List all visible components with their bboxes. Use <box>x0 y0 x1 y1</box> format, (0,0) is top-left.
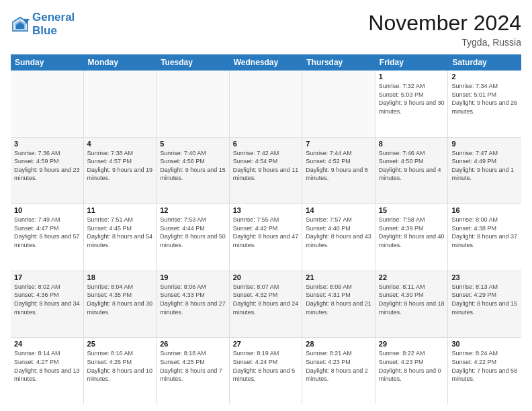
empty-cell <box>11 71 84 137</box>
day-number: 21 <box>306 273 371 281</box>
calendar: SundayMondayTuesdayWednesdayThursdayFrid… <box>11 54 521 404</box>
header-day-sunday: Sunday <box>11 54 84 71</box>
header-day-wednesday: Wednesday <box>230 54 303 71</box>
day-number: 18 <box>87 273 153 281</box>
day-info: Sunrise: 7:49 AM Sunset: 4:47 PM Dayligh… <box>14 216 80 249</box>
day-cell-22: 22Sunrise: 8:11 AM Sunset: 4:30 PM Dayli… <box>375 271 449 338</box>
day-number: 13 <box>233 206 299 214</box>
day-info: Sunrise: 8:19 AM Sunset: 4:24 PM Dayligh… <box>233 349 299 383</box>
day-cell-9: 9Sunrise: 7:47 AM Sunset: 4:49 PM Daylig… <box>448 138 521 204</box>
header-day-monday: Monday <box>84 54 157 71</box>
location: Tygda, Russia <box>368 37 521 48</box>
day-cell-5: 5Sunrise: 7:40 AM Sunset: 4:56 PM Daylig… <box>157 138 230 204</box>
day-cell-17: 17Sunrise: 8:02 AM Sunset: 4:36 PM Dayli… <box>11 271 84 338</box>
day-number: 6 <box>233 140 299 148</box>
day-number: 30 <box>451 340 518 348</box>
day-number: 12 <box>160 206 226 214</box>
day-cell-3: 3Sunrise: 7:36 AM Sunset: 4:59 PM Daylig… <box>11 138 84 204</box>
day-cell-1: 1Sunrise: 7:32 AM Sunset: 5:03 PM Daylig… <box>375 71 449 137</box>
day-cell-10: 10Sunrise: 7:49 AM Sunset: 4:47 PM Dayli… <box>11 204 84 271</box>
day-info: Sunrise: 7:32 AM Sunset: 5:03 PM Dayligh… <box>379 82 445 116</box>
day-cell-11: 11Sunrise: 7:51 AM Sunset: 4:45 PM Dayli… <box>84 204 157 271</box>
day-cell-21: 21Sunrise: 8:09 AM Sunset: 4:31 PM Dayli… <box>302 271 375 338</box>
day-info: Sunrise: 7:55 AM Sunset: 4:42 PM Dayligh… <box>233 216 299 249</box>
day-info: Sunrise: 7:58 AM Sunset: 4:39 PM Dayligh… <box>379 216 445 249</box>
day-info: Sunrise: 8:04 AM Sunset: 4:35 PM Dayligh… <box>87 283 153 316</box>
day-number: 11 <box>87 206 153 214</box>
day-number: 2 <box>451 73 518 81</box>
day-cell-8: 8Sunrise: 7:46 AM Sunset: 4:50 PM Daylig… <box>375 138 449 204</box>
logo-general: General <box>32 11 75 24</box>
header-day-tuesday: Tuesday <box>157 54 230 71</box>
day-cell-14: 14Sunrise: 7:57 AM Sunset: 4:40 PM Dayli… <box>302 204 375 271</box>
day-cell-15: 15Sunrise: 7:58 AM Sunset: 4:39 PM Dayli… <box>375 204 449 271</box>
day-info: Sunrise: 8:02 AM Sunset: 4:36 PM Dayligh… <box>14 283 80 316</box>
day-cell-7: 7Sunrise: 7:44 AM Sunset: 4:52 PM Daylig… <box>302 138 375 204</box>
page: General Blue November 2024 Tygda, Russia… <box>0 0 532 411</box>
month-title: November 2024 <box>368 11 521 36</box>
day-cell-4: 4Sunrise: 7:38 AM Sunset: 4:57 PM Daylig… <box>84 138 157 204</box>
day-info: Sunrise: 7:47 AM Sunset: 4:49 PM Dayligh… <box>451 149 518 183</box>
calendar-body: 1Sunrise: 7:32 AM Sunset: 5:03 PM Daylig… <box>11 71 521 404</box>
day-info: Sunrise: 7:36 AM Sunset: 4:59 PM Dayligh… <box>14 149 80 183</box>
day-info: Sunrise: 8:24 AM Sunset: 4:22 PM Dayligh… <box>451 349 518 383</box>
day-cell-25: 25Sunrise: 8:16 AM Sunset: 4:26 PM Dayli… <box>84 338 157 404</box>
day-number: 19 <box>160 273 226 281</box>
day-cell-28: 28Sunrise: 8:21 AM Sunset: 4:23 PM Dayli… <box>302 338 375 404</box>
calendar-row-3: 10Sunrise: 7:49 AM Sunset: 4:47 PM Dayli… <box>11 204 521 271</box>
empty-cell <box>230 71 303 137</box>
day-cell-29: 29Sunrise: 8:22 AM Sunset: 4:23 PM Dayli… <box>375 338 449 404</box>
empty-cell <box>302 71 375 137</box>
day-number: 26 <box>160 340 226 348</box>
day-cell-27: 27Sunrise: 8:19 AM Sunset: 4:24 PM Dayli… <box>230 338 303 404</box>
day-info: Sunrise: 8:13 AM Sunset: 4:29 PM Dayligh… <box>451 283 518 316</box>
day-number: 3 <box>14 140 80 148</box>
calendar-row-4: 17Sunrise: 8:02 AM Sunset: 4:36 PM Dayli… <box>11 271 521 338</box>
day-cell-19: 19Sunrise: 8:06 AM Sunset: 4:33 PM Dayli… <box>157 271 230 338</box>
day-info: Sunrise: 8:11 AM Sunset: 4:30 PM Dayligh… <box>379 283 445 316</box>
header-day-thursday: Thursday <box>302 54 375 71</box>
day-info: Sunrise: 8:09 AM Sunset: 4:31 PM Dayligh… <box>306 283 371 316</box>
day-number: 23 <box>451 273 518 281</box>
day-cell-20: 20Sunrise: 8:07 AM Sunset: 4:32 PM Dayli… <box>230 271 303 338</box>
day-number: 7 <box>306 140 371 148</box>
calendar-header: SundayMondayTuesdayWednesdayThursdayFrid… <box>11 54 521 71</box>
day-info: Sunrise: 7:46 AM Sunset: 4:50 PM Dayligh… <box>379 149 445 183</box>
day-number: 9 <box>451 140 518 148</box>
day-number: 20 <box>233 273 299 281</box>
calendar-row-1: 1Sunrise: 7:32 AM Sunset: 5:03 PM Daylig… <box>11 71 521 138</box>
calendar-row-2: 3Sunrise: 7:36 AM Sunset: 4:59 PM Daylig… <box>11 138 521 205</box>
day-cell-2: 2Sunrise: 7:34 AM Sunset: 5:01 PM Daylig… <box>448 71 521 137</box>
day-cell-12: 12Sunrise: 7:53 AM Sunset: 4:44 PM Dayli… <box>157 204 230 271</box>
day-info: Sunrise: 8:14 AM Sunset: 4:27 PM Dayligh… <box>14 349 80 383</box>
logo: General Blue <box>11 11 75 37</box>
day-number: 25 <box>87 340 153 348</box>
day-cell-30: 30Sunrise: 8:24 AM Sunset: 4:22 PM Dayli… <box>448 338 521 404</box>
logo-blue: Blue <box>32 24 75 38</box>
day-number: 24 <box>14 340 80 348</box>
day-number: 28 <box>306 340 371 348</box>
day-info: Sunrise: 7:40 AM Sunset: 4:56 PM Dayligh… <box>160 149 226 183</box>
day-number: 27 <box>233 340 299 348</box>
day-number: 16 <box>451 206 518 214</box>
day-cell-24: 24Sunrise: 8:14 AM Sunset: 4:27 PM Dayli… <box>11 338 84 404</box>
day-number: 8 <box>379 140 445 148</box>
title-block: November 2024 Tygda, Russia <box>368 11 521 48</box>
day-cell-6: 6Sunrise: 7:42 AM Sunset: 4:54 PM Daylig… <box>230 138 303 204</box>
header-day-saturday: Saturday <box>448 54 521 71</box>
day-info: Sunrise: 8:21 AM Sunset: 4:23 PM Dayligh… <box>306 349 371 383</box>
logo-icon <box>11 15 30 34</box>
day-info: Sunrise: 7:34 AM Sunset: 5:01 PM Dayligh… <box>451 82 518 116</box>
day-info: Sunrise: 7:57 AM Sunset: 4:40 PM Dayligh… <box>306 216 371 249</box>
day-number: 1 <box>379 73 445 81</box>
day-info: Sunrise: 7:38 AM Sunset: 4:57 PM Dayligh… <box>87 149 153 183</box>
day-info: Sunrise: 8:16 AM Sunset: 4:26 PM Dayligh… <box>87 349 153 383</box>
day-info: Sunrise: 8:22 AM Sunset: 4:23 PM Dayligh… <box>379 349 445 383</box>
day-info: Sunrise: 8:07 AM Sunset: 4:32 PM Dayligh… <box>233 283 299 316</box>
day-cell-18: 18Sunrise: 8:04 AM Sunset: 4:35 PM Dayli… <box>84 271 157 338</box>
day-number: 22 <box>379 273 445 281</box>
day-info: Sunrise: 8:06 AM Sunset: 4:33 PM Dayligh… <box>160 283 226 316</box>
day-number: 14 <box>306 206 371 214</box>
day-cell-16: 16Sunrise: 8:00 AM Sunset: 4:38 PM Dayli… <box>448 204 521 271</box>
day-info: Sunrise: 7:44 AM Sunset: 4:52 PM Dayligh… <box>306 149 371 183</box>
